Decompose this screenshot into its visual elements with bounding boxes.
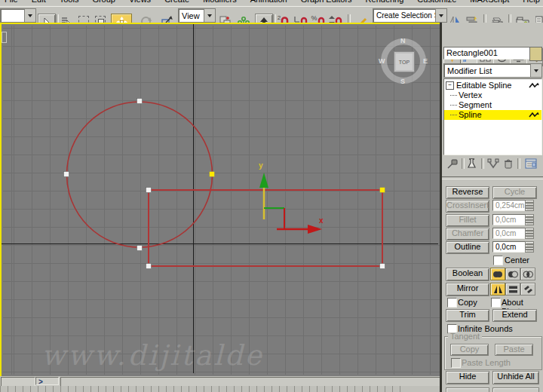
- mirror-button[interactable]: Mirror: [446, 283, 489, 296]
- chevron-down-icon[interactable]: [204, 9, 215, 22]
- vertex-handle[interactable]: [146, 264, 152, 269]
- boolean-subtraction-button[interactable]: [505, 268, 520, 280]
- reference-coordinate-system-combo[interactable]: View: [178, 8, 216, 23]
- make-unique-button[interactable]: [487, 158, 499, 169]
- menu-rendering[interactable]: Rendering: [366, 0, 404, 4]
- menu-help[interactable]: Help: [523, 0, 540, 4]
- copy-checkbox[interactable]: [447, 298, 457, 308]
- vertex-handle[interactable]: [146, 188, 152, 193]
- configure-sets-icon: [525, 158, 537, 169]
- modifier-list-combo[interactable]: Modifier List: [443, 63, 542, 78]
- vertex-handle[interactable]: [137, 99, 143, 104]
- vertex-handle[interactable]: [137, 246, 143, 251]
- stack-row-vertex[interactable]: Vertex: [444, 90, 541, 100]
- stack-item-label: Segment: [459, 100, 492, 110]
- first-vertex-handle[interactable]: [380, 188, 385, 193]
- viewcube[interactable]: N S W E TOP: [381, 38, 426, 84]
- crossinsert-spinner-arrows[interactable]: [525, 200, 534, 211]
- center-checkbox[interactable]: [493, 256, 503, 265]
- crossinsert-spinner[interactable]: 0,254cm: [492, 200, 528, 211]
- mirror-both-button[interactable]: [520, 283, 535, 296]
- tangent-paste-button[interactable]: Paste: [495, 344, 533, 356]
- viewcube-e-label[interactable]: E: [423, 57, 428, 65]
- status-row: >: [0, 376, 440, 386]
- stack-row-segment[interactable]: Segment: [444, 100, 541, 110]
- boolean-union-button[interactable]: [490, 268, 505, 280]
- menu-group[interactable]: Group: [92, 0, 115, 4]
- track-bar[interactable]: [0, 386, 440, 392]
- cut-off-button-right[interactable]: [492, 387, 539, 392]
- about-pivot-checkbox[interactable]: [491, 298, 501, 308]
- pin-stack-button[interactable]: [447, 158, 459, 169]
- boolean-button[interactable]: Boolean: [446, 268, 489, 281]
- viewcube-top-face[interactable]: TOP: [394, 51, 415, 72]
- vertex-handle[interactable]: [64, 172, 69, 177]
- menu-tools[interactable]: Tools: [60, 0, 79, 4]
- boolean-intersection-button[interactable]: [520, 268, 535, 280]
- cycle-button[interactable]: Cycle: [492, 186, 537, 199]
- viewcube-s-label[interactable]: S: [400, 78, 405, 85]
- boolean-union-icon: [492, 270, 503, 279]
- reverse-button[interactable]: Reverse: [446, 186, 489, 199]
- 3dsmax-window: { "menubar": { "items": ["File","Edit","…: [0, 0, 543, 392]
- show-end-result-button[interactable]: [467, 158, 477, 169]
- menu-modifiers[interactable]: Modifiers: [203, 0, 237, 4]
- modifier-stack: − Editable Spline Vertex Segment Spline: [443, 78, 542, 155]
- named-selection-set-combo[interactable]: Create Selection Se: [373, 8, 447, 23]
- circle-spline[interactable]: [67, 102, 213, 247]
- stack-row-editable-spline[interactable]: − Editable Spline: [444, 81, 541, 90]
- hide-button[interactable]: Hide: [446, 371, 489, 384]
- fillet-button[interactable]: Fillet: [446, 214, 489, 227]
- chevron-down-icon[interactable]: [435, 9, 446, 22]
- object-color-swatch[interactable]: [529, 47, 542, 61]
- pushpin-icon: [447, 158, 459, 169]
- fillet-spinner[interactable]: 0,0cm: [492, 214, 528, 225]
- chamfer-button[interactable]: Chamfer: [446, 228, 489, 240]
- unhide-all-button[interactable]: Unhide All: [492, 371, 539, 384]
- menu-views[interactable]: Views: [129, 0, 151, 4]
- mirror-vertical-button[interactable]: [505, 283, 520, 296]
- tree-line: [450, 115, 457, 116]
- configure-modifier-sets-button[interactable]: [525, 158, 537, 169]
- move-gizmo[interactable]: [259, 173, 322, 234]
- chamfer-spinner[interactable]: 0,0cm: [492, 228, 528, 239]
- viewport-top[interactable]: y x N S W E TOP www.dijitalde: [0, 23, 443, 378]
- object-name-value: Rectangle001: [446, 48, 498, 57]
- collapse-box-icon[interactable]: −: [446, 81, 454, 90]
- trim-button[interactable]: Trim: [446, 309, 489, 322]
- menu-customize[interactable]: Customize: [417, 0, 456, 4]
- first-vertex-handle[interactable]: [210, 172, 215, 177]
- outline-button[interactable]: Outline: [446, 241, 489, 254]
- vertex-handle[interactable]: [380, 264, 385, 269]
- gizmo-y-label: y: [259, 161, 263, 170]
- stack-row-spline-selected[interactable]: Spline: [444, 110, 541, 120]
- command-panel: Rectangle001 Modifier List − Editable Sp…: [442, 23, 543, 392]
- outline-spinner[interactable]: 0,0cm: [492, 241, 528, 253]
- fillet-spinner-arrows[interactable]: [525, 214, 534, 225]
- chamfer-spinner-arrows[interactable]: [525, 228, 534, 239]
- remove-modifier-button[interactable]: [504, 158, 513, 169]
- menu-animation[interactable]: Animation: [250, 0, 287, 4]
- paste-length-checkbox[interactable]: [451, 358, 461, 368]
- mirror-horizontal-button[interactable]: [490, 283, 505, 296]
- viewcube-n-label[interactable]: N: [400, 37, 406, 44]
- menu-graph-editors[interactable]: Graph Editors: [301, 0, 352, 4]
- selection-filter-combo[interactable]: [0, 8, 36, 23]
- gizmo-y-arrow: [259, 173, 268, 188]
- chevron-down-icon[interactable]: [530, 64, 541, 77]
- extend-button[interactable]: Extend: [492, 309, 537, 322]
- crossinsert-button[interactable]: CrossInsert: [446, 200, 489, 213]
- cut-off-button-left[interactable]: [446, 387, 489, 392]
- listener-prompt-cell[interactable]: >: [35, 377, 59, 385]
- prompt-symbol: >: [38, 378, 43, 386]
- menu-maxscript[interactable]: MAXScript: [470, 0, 509, 4]
- menu-file[interactable]: File: [5, 0, 18, 4]
- tangent-copy-button[interactable]: Copy: [450, 344, 489, 356]
- object-name-field[interactable]: Rectangle001: [443, 47, 531, 60]
- chevron-down-icon[interactable]: [24, 9, 35, 22]
- menu-edit[interactable]: Edit: [32, 0, 46, 4]
- rectangle-spline[interactable]: [149, 190, 382, 266]
- outline-spinner-arrows[interactable]: [525, 241, 534, 253]
- menu-create[interactable]: Create: [164, 0, 189, 4]
- viewcube-w-label[interactable]: W: [379, 57, 385, 65]
